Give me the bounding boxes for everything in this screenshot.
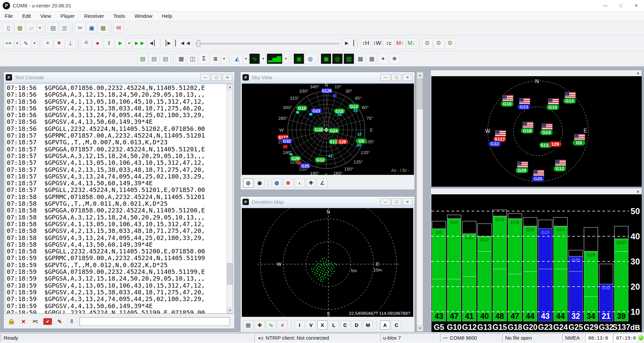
grid-dropdown[interactable]: ▼ [221, 53, 227, 64]
menu-view[interactable]: View [36, 12, 56, 20]
open-dropdown[interactable]: ▼ [37, 22, 43, 33]
docking-chart-button[interactable]: ▥ [343, 53, 354, 64]
messages-view-button[interactable]: ▤ [137, 53, 148, 64]
cut-button[interactable]: ✂ [75, 22, 86, 33]
clear-messages-button[interactable]: ✉ [113, 22, 124, 33]
menu-tools[interactable]: Tools [109, 12, 130, 20]
open-button[interactable]: ▱ [26, 22, 37, 33]
menu-file[interactable]: File [0, 12, 17, 20]
map-view-button[interactable]: ◭ [232, 53, 243, 64]
earth-view-icon[interactable]: ◍ [272, 179, 282, 188]
mdi-scroll-down-icon[interactable]: ▼ [417, 325, 423, 331]
dev-mode-l-button[interactable]: L [329, 321, 339, 330]
satellite-shape-icon[interactable]: ◗ [294, 179, 305, 188]
dev-mode-c-button[interactable]: C [340, 321, 350, 330]
minimize-button[interactable]: — [598, 0, 613, 11]
text-console-titlebar[interactable]: P Text Console — ▢ ✕ [4, 72, 234, 83]
menu-player[interactable]: Player [56, 12, 79, 20]
sky-minimize-button[interactable]: — [380, 74, 390, 81]
clear-console-button[interactable]: ✕ [19, 317, 28, 326]
configure-view-button[interactable]: ▤ [149, 53, 159, 64]
mdi-scroll-up-icon[interactable]: ▲ [417, 72, 423, 78]
dev-mode-d-button[interactable]: D [352, 321, 362, 330]
config-read-button[interactable]: ⚙ [433, 38, 444, 49]
docking-console-button[interactable]: ▣ [321, 53, 331, 64]
close-button[interactable]: ✕ [629, 0, 644, 11]
baudrate-dropdown[interactable]: ▼ [32, 38, 37, 49]
print-preview-button[interactable]: ▥ [59, 22, 70, 33]
scroll-down-icon[interactable]: ▼ [227, 307, 233, 313]
sky-view-titlebar[interactable]: P Sky View — ▢ ✕ [240, 72, 415, 83]
eject-button[interactable]: ≜ [81, 38, 92, 49]
print-button[interactable]: ▤ [48, 22, 58, 33]
dev-mode-v-button[interactable]: V [306, 321, 316, 330]
elevation-mask-icon[interactable]: ∠ [317, 179, 327, 188]
pause-button[interactable]: ‖ [104, 38, 114, 49]
playback-slider[interactable] [195, 39, 339, 48]
connect-button[interactable]: ⊶ [3, 38, 14, 49]
pause-console-button[interactable]: ‖ [67, 317, 76, 326]
step-forward-button[interactable]: ▕► [161, 38, 173, 49]
statistic-view-button[interactable]: ▤ [160, 53, 171, 64]
compass-icon[interactable]: ✚ [306, 179, 316, 188]
step-back-button[interactable]: ◄▏ [147, 38, 160, 49]
dual-view-button[interactable]: ◫ [187, 53, 198, 64]
chart-dropdown[interactable]: ▼ [261, 53, 266, 64]
dev-scale-c-button[interactable]: C [391, 321, 401, 330]
receiver-restart-button[interactable]: ✷ [54, 38, 64, 49]
console-restore-button[interactable]: ▢ [211, 74, 221, 81]
chart-close-icon[interactable]: x [636, 189, 640, 194]
alp-button[interactable]: ⊥ [65, 38, 76, 49]
docking-gear-button[interactable]: ✦ [378, 53, 388, 64]
grid-mode-button[interactable]: # [277, 321, 287, 330]
console-scroll-thumb[interactable] [227, 263, 232, 285]
sky-close-button[interactable]: ✕ [402, 74, 413, 81]
docking-pack-button[interactable]: ❖ [389, 53, 400, 64]
flags-close-icon[interactable]: x [636, 71, 640, 76]
pan-mode-button[interactable]: ✚ [255, 321, 265, 330]
console-minimize-button[interactable]: — [200, 74, 210, 81]
menu-help[interactable]: Help [157, 12, 177, 20]
mesh-view-icon[interactable]: ⊛ [283, 179, 293, 188]
sum-view-button[interactable]: Σ [199, 53, 209, 64]
hotkey-h-button[interactable]: ↕H [360, 38, 371, 49]
skip-end-button[interactable]: ►▕ [342, 38, 355, 49]
docking-sky-button[interactable]: ◎ [332, 53, 343, 64]
camera-view-button[interactable]: ▣ [293, 53, 304, 64]
dev-scale-a-button[interactable]: A [380, 321, 390, 330]
polar-grid-alt-icon[interactable]: ◉ [255, 179, 265, 188]
play-dropdown[interactable]: ▼ [126, 38, 132, 49]
docking-table-button[interactable]: ▦ [366, 53, 377, 64]
pc-filter-button[interactable]: PC [31, 317, 40, 326]
edit-filter-button[interactable]: ✎ [55, 317, 64, 326]
fast-forward-button[interactable]: ►► [132, 38, 147, 49]
autobaud-button[interactable]: ✶ [42, 38, 53, 49]
paste-button[interactable]: ▩ [98, 22, 108, 33]
marker-up-button[interactable]: M↑ [395, 38, 406, 49]
sky-restore-button[interactable]: ▢ [391, 74, 401, 81]
dev-minimize-button[interactable]: — [380, 198, 390, 205]
favorite-filter-button[interactable]: ✔ [43, 318, 52, 325]
connect-dropdown[interactable]: ▼ [14, 38, 20, 49]
console-command-input[interactable] [79, 317, 230, 326]
histogram-view-button[interactable]: ▂▅▇ [267, 53, 282, 64]
sphere-view-button[interactable]: ◍ [305, 53, 316, 64]
skip-start-button[interactable]: ▏◄◄ [174, 38, 192, 49]
scroll-up-icon[interactable]: ▲ [227, 84, 233, 90]
docking-camera-button[interactable]: ▩ [355, 53, 366, 64]
record-button[interactable]: ● [92, 38, 103, 49]
dev-restore-button[interactable]: ▢ [391, 198, 401, 205]
trace-mode-button[interactable]: ∿ [266, 321, 276, 330]
protect-log-icon[interactable] [7, 317, 16, 326]
hotkey-c-button[interactable]: ↕c [383, 38, 394, 49]
dev-mode-m-button[interactable]: M [363, 321, 373, 330]
dev-close-button[interactable]: ✕ [402, 198, 413, 205]
baudrate-button[interactable]: ∿ [20, 38, 31, 49]
save-button[interactable]: ▦ [14, 22, 25, 33]
play-button[interactable]: ► [115, 38, 126, 49]
mdi-scroll-thumb[interactable] [417, 79, 423, 109]
console-scrollbar[interactable]: ▲ ▼ [226, 84, 233, 313]
firmware-update-button[interactable]: ⚙ [422, 38, 433, 49]
histogram-dropdown[interactable]: ▼ [283, 53, 288, 64]
new-file-button[interactable]: ▯ [3, 22, 14, 33]
